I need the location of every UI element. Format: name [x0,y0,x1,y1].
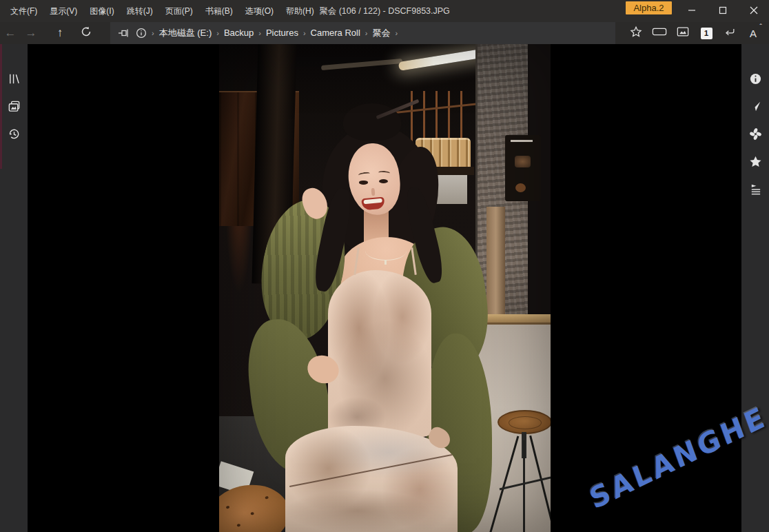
photo [219,44,551,532]
panorama-view-button[interactable] [649,23,670,43]
breadcrumb-chevron: › [302,29,307,37]
panorama-icon [652,26,667,40]
left-sidebar [0,44,28,532]
star-outline-icon [630,25,642,41]
menu-item-options[interactable]: 选项(O) [239,0,280,22]
breadcrumb-backup[interactable]: Backup [221,22,257,44]
library-button[interactable] [0,66,28,94]
main-area: SALANGHE [0,44,769,532]
toolbar-right-group: 1 Aˆ [626,22,763,44]
font-size-icon: Aˆ [750,28,757,39]
image-view-button[interactable] [673,23,693,43]
star-icon [749,155,762,171]
minimize-button[interactable] [676,0,707,22]
menu-item-file[interactable]: 文件(F) [4,0,43,22]
send-button[interactable] [741,94,769,121]
image-viewer-canvas[interactable] [28,44,741,532]
pin-icon[interactable] [114,22,132,44]
info-circle-icon[interactable] [132,22,150,44]
navigation-toolbar: ← → ↑ › 本地磁盘 (E:) › Backup › Pictures › … [0,22,769,44]
address-bar[interactable]: › 本地磁盘 (E:) › Backup › Pictures › Camera… [110,22,615,44]
star-button[interactable] [741,149,769,176]
menu-item-page[interactable]: 页面(P) [159,0,199,22]
breadcrumb-pictures[interactable]: Pictures [263,22,302,44]
breadcrumb-chevron: › [364,29,369,37]
close-icon [750,5,758,17]
flag-list-icon [749,183,762,198]
image-icon [677,26,689,40]
alpha-version-badge: Alpha.2 [626,1,672,14]
single-page-button[interactable]: 1 [696,23,717,43]
app-window: 文件(F) 显示(V) 图像(I) 跳转(J) 页面(P) 书籍(B) 选项(O… [0,0,769,532]
history-button[interactable] [0,121,28,149]
menu-item-help[interactable]: 帮助(H) [280,0,320,22]
return-arrow-icon [724,26,736,40]
minimize-icon [688,5,696,17]
library-icon [8,72,21,88]
refresh-button[interactable] [76,22,96,44]
window-title: 聚会 (106 / 122) - DSCF9853.JPG [319,0,450,22]
photos-icon [8,100,21,116]
breadcrumb-drive[interactable]: 本地磁盘 (E:) [156,22,216,44]
up-button[interactable]: ↑ [50,22,70,44]
forward-button[interactable]: → [21,22,41,44]
flag-list-button[interactable] [741,176,769,204]
photos-button[interactable] [0,94,28,121]
menu-item-image[interactable]: 图像(I) [83,0,120,22]
menu-bar: 文件(F) 显示(V) 图像(I) 跳转(J) 页面(P) 书籍(B) 选项(O… [0,0,320,22]
accent-strip [0,44,2,169]
send-icon [749,100,762,116]
info-icon [749,72,762,88]
menu-item-jump[interactable]: 跳转(J) [121,0,159,22]
refresh-icon [81,26,92,41]
breadcrumb-folder-party[interactable]: 聚会 [369,22,394,44]
font-size-button[interactable]: Aˆ [743,23,763,43]
breadcrumb-chevron: › [394,29,400,37]
page-number-badge: 1 [701,28,712,39]
title-bar: 文件(F) 显示(V) 图像(I) 跳转(J) 页面(P) 书籍(B) 选项(O… [0,0,769,22]
history-icon [8,127,21,143]
maximize-button[interactable] [707,0,738,22]
breadcrumb-chevron: › [150,29,156,37]
breadcrumb-chevron: › [215,29,221,37]
back-button[interactable]: ← [0,22,21,44]
info-button[interactable] [741,66,769,94]
pinwheel-button[interactable] [741,121,769,149]
favorite-star-button[interactable] [626,23,646,43]
pinwheel-icon [749,127,762,143]
return-button[interactable] [719,23,740,43]
maximize-icon [719,5,727,17]
breadcrumb-chevron: › [257,29,263,37]
close-button[interactable] [738,0,769,22]
menu-item-view[interactable]: 显示(V) [43,0,83,22]
breadcrumb-camera-roll[interactable]: Camera Roll [307,22,364,44]
menu-item-book[interactable]: 书籍(B) [199,0,239,22]
window-controls [676,0,769,22]
right-sidebar [741,44,769,532]
photo-vignette [219,44,551,532]
